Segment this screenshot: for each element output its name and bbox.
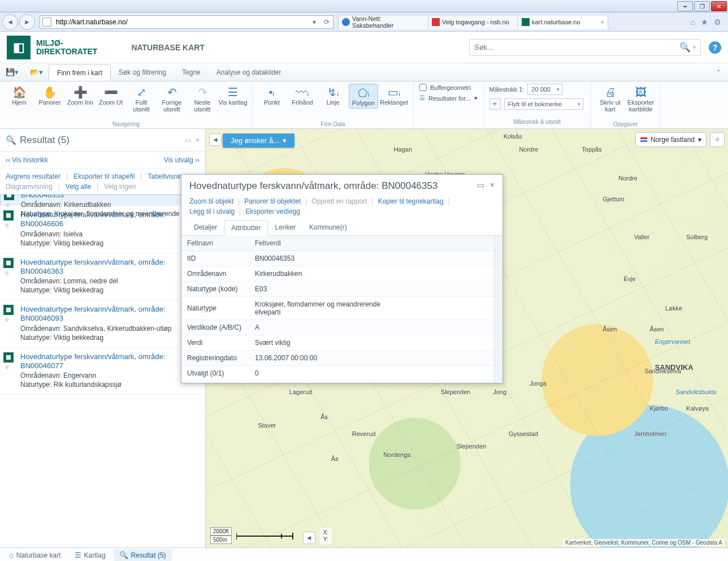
tab-finn-frem[interactable]: Finn frem i kart: [49, 64, 111, 81]
tab-lenker[interactable]: Lenker: [268, 220, 302, 236]
map-place-label: Gyssestad: [509, 430, 538, 437]
address-bar[interactable]: ▾ ⟳: [40, 15, 333, 29]
link-historikk[interactable]: ‹‹ Vis historikk: [6, 156, 48, 164]
layers-icon: ☰: [228, 85, 238, 100]
link-zoom-objekt[interactable]: Zoom til objekt: [189, 197, 233, 205]
tool-fullt-utsnitt[interactable]: ⤢Fullt utsnitt: [127, 84, 156, 114]
tool-skriv-ut[interactable]: 🖨Skriv ut kart: [596, 84, 625, 114]
tool-hjem[interactable]: 🏠Hjem: [5, 84, 34, 114]
app-search[interactable]: 🔍 ▾: [469, 39, 701, 56]
popup-table-wrap[interactable]: Feltnavn Feltverdi IIDBN00046353Områdena…: [181, 236, 502, 383]
tool-panorer[interactable]: ✋Panorer: [35, 84, 64, 114]
popup-maximize-icon[interactable]: ▭: [477, 180, 484, 189]
popup-close-icon[interactable]: ×: [490, 180, 495, 189]
favorites-icon[interactable]: ★: [701, 18, 708, 27]
bookmark-select[interactable]: Flytt til et bokmerke: [504, 98, 583, 110]
search-icon[interactable]: 🔍: [679, 42, 691, 53]
tab-tegne[interactable]: Tegne: [174, 63, 209, 81]
map-place-label: Jonga: [530, 380, 547, 387]
wish-button[interactable]: Jeg ønsker å...▾: [223, 133, 294, 148]
tab-sok[interactable]: Søk og filtrering: [111, 63, 174, 81]
link-kopier[interactable]: Kopier til tegnekartlag: [378, 197, 444, 205]
window-maximize[interactable]: ❐: [694, 1, 710, 11]
result-icons: ★: [3, 305, 16, 342]
link-avgrens[interactable]: Avgrens resultater: [6, 172, 60, 180]
coord-prev[interactable]: ◄: [303, 532, 315, 544]
tab-close-icon[interactable]: ×: [601, 19, 604, 25]
tab-attributter[interactable]: Attributter: [224, 220, 268, 236]
results-title: Resultat (5): [20, 135, 70, 146]
star-icon[interactable]: ★: [3, 268, 16, 277]
tool-zoom-ut[interactable]: ➖Zoom Ut: [96, 84, 125, 114]
result-title[interactable]: Hovednaturtype ferskvann/våtmark, område…: [21, 195, 199, 200]
browser-tab-active[interactable]: kart.naturbase.no×: [518, 15, 608, 29]
tab-naturbase-kart[interactable]: ⌂Naturbase kart: [3, 549, 67, 561]
link-eksport-shapefil[interactable]: Eksporter til shapefil: [73, 172, 135, 180]
tab-resultat[interactable]: 🔍Resultat (5): [114, 549, 172, 561]
feature-popup: Hovednaturtype ferskvann/våtmark, område…: [181, 174, 503, 383]
result-title[interactable]: Hovednaturtype ferskvann/våtmark, område…: [20, 258, 200, 277]
link-panorer-objekt[interactable]: Panorer til objektet: [244, 197, 301, 205]
result-item[interactable]: ★Hovednaturtype ferskvann/våtmark, områd…: [0, 195, 205, 206]
browser-tab[interactable]: Velg togavgang - nsb.no: [428, 15, 518, 29]
star-icon[interactable]: ★: [4, 200, 16, 209]
url-input[interactable]: [54, 18, 308, 26]
tool-eksporter[interactable]: 🖼Eksporter kartbilde: [626, 84, 656, 114]
result-title[interactable]: Hovednaturtype ferskvann/våtmark, område…: [20, 352, 200, 371]
tool-zoom-inn[interactable]: ➕Zoom Inn: [66, 84, 95, 114]
cell-feltnavn: Verdikode (A/B/C): [181, 320, 249, 335]
map-prev[interactable]: ◄: [209, 133, 222, 146]
tool-forrige-utsnitt[interactable]: ↶Forrige utsnitt: [157, 84, 187, 114]
tool-neste-utsnitt[interactable]: ↷Neste utsnitt: [188, 84, 217, 114]
tab-kartlag[interactable]: ☰Kartlag: [69, 549, 111, 561]
tool-rektangel[interactable]: ▭ᵢRektangel: [379, 84, 409, 109]
help-button[interactable]: ?: [709, 41, 721, 54]
browser-back[interactable]: ◄: [2, 14, 18, 30]
link-utvalg[interactable]: Vis utvalg ››: [164, 156, 200, 164]
map-tools-icon[interactable]: ✧: [710, 132, 725, 147]
close-panel-icon[interactable]: ×: [196, 136, 200, 144]
tool-punkt[interactable]: •ᵢPunkt: [257, 84, 287, 109]
save-menu[interactable]: 💾▾: [0, 63, 24, 81]
chevron-down-icon: ▾: [283, 136, 287, 145]
url-dropdown[interactable]: ▾: [308, 18, 320, 26]
result-item[interactable]: ★Hovednaturtype ferskvann/våtmark, områd…: [0, 348, 205, 395]
home-icon[interactable]: ⌂: [691, 18, 695, 27]
search-input[interactable]: [474, 43, 679, 51]
add-bookmark[interactable]: +: [489, 98, 501, 110]
tab-kommune[interactable]: Kommune(r): [302, 220, 354, 236]
tab-detaljer[interactable]: Detaljer: [187, 220, 224, 236]
browser-tab[interactable]: Vann-Nett: Saksbehandler: [338, 15, 428, 29]
settings-icon[interactable]: ⚙: [714, 18, 721, 27]
result-item[interactable]: ★Hovednaturtype ferskvann/våtmark, områd…: [0, 300, 205, 348]
search-dropdown-icon[interactable]: ▾: [693, 44, 696, 50]
result-title[interactable]: Hovednaturtype ferskvann/våtmark, område…: [20, 305, 200, 323]
tool-frihand[interactable]: 〰ᵢFrihånd: [288, 84, 317, 109]
pan-icon: ✋: [43, 85, 57, 100]
buffer-checkbox[interactable]: [419, 84, 427, 91]
collapse-ribbon[interactable]: ⌃: [709, 63, 728, 81]
link-eksport-vedlegg[interactable]: Eksporter vedlegg: [245, 208, 300, 215]
option-resultater[interactable]: ☰Resultater for...▾: [419, 94, 478, 102]
window-minimize[interactable]: ━: [677, 1, 693, 11]
cell-feltverdi: A: [249, 320, 412, 335]
scale-select[interactable]: 20 000: [527, 84, 562, 95]
star-icon[interactable]: ★: [3, 221, 16, 230]
tool-polygon[interactable]: ⬠ᵢPolygon: [349, 84, 378, 109]
option-buffer[interactable]: Buffergeometri: [419, 84, 478, 91]
tab-analyse[interactable]: Analyse og datakilder: [209, 63, 289, 81]
result-item[interactable]: ★Hovednaturtype ferskvann/våtmark, områd…: [0, 253, 205, 301]
link-velg-alle[interactable]: Velg alle: [66, 183, 91, 191]
basemap-select[interactable]: Norge fastland▾: [635, 132, 707, 147]
star-icon[interactable]: ★: [3, 363, 16, 372]
link-utvalg[interactable]: Legg til i utvalg: [189, 208, 235, 215]
detach-icon[interactable]: ▭: [185, 136, 191, 144]
star-icon[interactable]: ★: [3, 315, 16, 324]
open-menu[interactable]: 📂▾: [24, 63, 49, 81]
ribbon-caption: Navigering: [5, 120, 248, 128]
tool-linje[interactable]: ↯ᵢLinje: [318, 84, 348, 109]
tool-vis-kartlag[interactable]: ☰Vis kartlag: [218, 84, 248, 114]
window-close[interactable]: ✕: [711, 1, 727, 11]
browser-forward[interactable]: ►: [19, 14, 35, 30]
browser-refresh[interactable]: ⟳: [320, 18, 333, 26]
